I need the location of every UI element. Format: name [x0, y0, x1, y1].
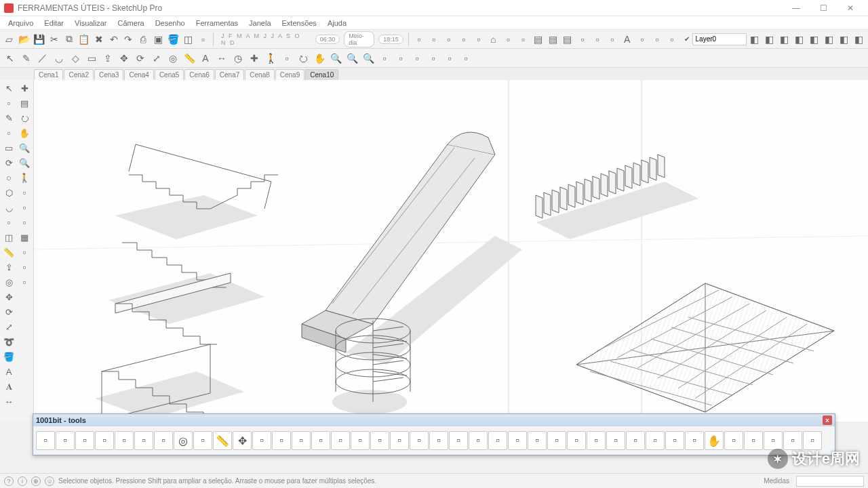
door-icon[interactable]: ▫ — [429, 431, 448, 450]
hip-roof-icon[interactable]: ▫ — [606, 431, 625, 450]
undo-icon[interactable]: ↶ — [107, 32, 121, 47]
month-strip[interactable]: J F M A M J J A S O N D — [217, 33, 313, 46]
measure-input[interactable] — [796, 476, 864, 487]
pan-icon[interactable]: ✋ — [17, 126, 32, 140]
rafter-icon[interactable]: ▫ — [626, 431, 645, 450]
layer-input[interactable] — [692, 33, 747, 45]
new-file-icon[interactable]: ▱ — [3, 32, 16, 47]
offset-edge-icon[interactable]: ◎ — [174, 431, 193, 450]
orbit-icon[interactable]: ⭮ — [17, 111, 32, 125]
zoom-extents-icon[interactable]: 🔍 — [17, 156, 32, 170]
menu-câmera[interactable]: Câmera — [113, 18, 150, 28]
shadow-settings-icon[interactable]: ▫ — [412, 32, 426, 47]
arc-icon[interactable]: ◡ — [1, 201, 16, 215]
pencil-icon[interactable]: ✎ — [1, 111, 16, 125]
menu-visualizar[interactable]: Visualizar — [69, 18, 113, 28]
perforate-icon[interactable]: ▫ — [724, 431, 743, 450]
column-icon[interactable]: ▫ — [449, 431, 468, 450]
delete-icon[interactable]: ✖ — [92, 32, 106, 47]
tape-icon[interactable]: 📏 — [1, 245, 16, 260]
copy-icon[interactable]: ⧉ — [62, 32, 76, 47]
foundation-icon[interactable]: ▫ — [488, 431, 507, 450]
array-icon[interactable]: ▫ — [311, 431, 330, 450]
scale-icon[interactable]: ⤢ — [149, 51, 164, 66]
axes-icon[interactable]: ✚ — [247, 51, 262, 66]
walk-icon[interactable]: 🚶 — [17, 171, 32, 185]
window-icon[interactable]: ▫ — [410, 431, 429, 450]
geo-icon[interactable]: ⊕ — [31, 476, 41, 486]
style2-icon[interactable]: ◧ — [762, 32, 776, 47]
position-icon[interactable]: ▫ — [17, 201, 32, 215]
component-icon[interactable]: ▣ — [151, 32, 165, 47]
prev-icon[interactable]: ▫ — [17, 216, 32, 230]
scene-tab-1[interactable]: Cena1 — [34, 69, 63, 80]
section-display-icon[interactable]: ▤ — [546, 32, 559, 47]
menu-editar[interactable]: Editar — [39, 18, 69, 28]
purlin-icon[interactable]: ▫ — [646, 431, 665, 450]
person-icon[interactable]: ☺ — [45, 476, 54, 486]
smoove-icon[interactable]: ▫ — [17, 275, 32, 289]
move-icon[interactable]: ✥ — [1, 290, 16, 304]
wall-icon[interactable]: ▫ — [370, 431, 389, 450]
rotated-rect-icon[interactable]: ⟳ — [1, 156, 16, 170]
stamp-icon[interactable]: ▫ — [17, 260, 32, 274]
close-button[interactable]: ✕ — [837, 1, 864, 15]
scene-tab-9[interactable]: Cena9 — [275, 69, 304, 80]
solid-split-icon[interactable]: ▫ — [458, 51, 473, 66]
info-icon[interactable]: i — [18, 476, 27, 486]
taper-icon[interactable]: 📏 — [213, 431, 232, 450]
front-icon[interactable]: ▫ — [456, 32, 470, 47]
paste-icon[interactable]: 📋 — [77, 32, 91, 47]
vertical-slice-icon[interactable]: ▫ — [292, 431, 311, 450]
axes-icon[interactable]: ✚ — [17, 81, 32, 96]
select-icon[interactable]: ↖ — [3, 51, 18, 66]
section-fill-icon[interactable]: ▤ — [561, 32, 574, 47]
paint-icon[interactable]: 🪣 — [166, 32, 180, 47]
pushpull-icon[interactable]: ⇪ — [100, 51, 115, 66]
next-view-icon[interactable]: ▫ — [516, 32, 530, 47]
flatten-icon[interactable]: ▫ — [252, 431, 271, 450]
move-vertex-icon[interactable]: ✥ — [233, 431, 252, 450]
wireframe-icon[interactable]: ▫ — [650, 32, 664, 47]
eraser-icon[interactable]: ◫ — [1, 230, 16, 245]
scene-tab-7[interactable]: Cena7 — [215, 69, 244, 80]
style4-icon[interactable]: ◧ — [792, 32, 806, 47]
pan-icon[interactable]: ✋ — [312, 51, 327, 66]
slope-icon[interactable]: ▫ — [193, 431, 212, 450]
zoom-extents-icon[interactable]: 🔍 — [361, 51, 376, 66]
solid-intersect-icon[interactable]: ▫ — [426, 51, 441, 66]
scene-tab-5[interactable]: Cena5 — [155, 69, 184, 80]
revolve-icon[interactable]: ▫ — [803, 431, 822, 450]
iso-icon[interactable]: ▫ — [427, 32, 441, 47]
text-icon[interactable]: A — [1, 365, 16, 379]
xray-icon[interactable]: ▫ — [576, 32, 589, 47]
section-icon[interactable]: ▤ — [531, 32, 545, 47]
solid-subtract-icon[interactable]: ▫ — [410, 51, 425, 66]
redo-icon[interactable]: ↷ — [122, 32, 136, 47]
roof-icon[interactable]: ▫ — [587, 431, 606, 450]
zoom-icon[interactable]: 🔍 — [328, 51, 343, 66]
scene-tab-8[interactable]: Cena8 — [245, 69, 274, 80]
lookaround-icon[interactable]: ▫ — [279, 51, 294, 66]
staircase-icon[interactable]: ▫ — [508, 431, 527, 450]
menu-extensões[interactable]: Extensões — [277, 18, 322, 28]
orbit-icon[interactable]: ⭮ — [296, 51, 311, 66]
louvres-icon[interactable]: ▫ — [665, 431, 684, 450]
style3-icon[interactable]: ◧ — [777, 32, 791, 47]
toolbar-1001bit-titlebar[interactable]: 1001bit - tools × — [33, 414, 835, 426]
line-icon[interactable]: ／ — [35, 51, 50, 66]
walk-icon[interactable]: 🚶 — [263, 51, 278, 66]
arc-icon[interactable]: ◡ — [52, 51, 66, 66]
scene-tab-10[interactable]: Cena10 — [305, 69, 338, 80]
house-icon[interactable]: ⌂ — [486, 32, 500, 47]
ramp-icon[interactable]: ▫ — [567, 431, 586, 450]
style1-icon[interactable]: ◧ — [748, 32, 762, 47]
scene-tab-4[interactable]: Cena4 — [124, 69, 153, 80]
paint-icon[interactable]: 🪣 — [1, 350, 16, 364]
zoom-icon[interactable]: 🔍 — [17, 141, 32, 155]
path-array-icon[interactable]: ▫ — [351, 431, 370, 450]
solid-union-icon[interactable]: ▫ — [393, 51, 408, 66]
solid-trim-icon[interactable]: ▫ — [442, 51, 457, 66]
move-icon[interactable]: ✥ — [117, 51, 132, 66]
side-icon[interactable]: ▫ — [471, 32, 485, 47]
